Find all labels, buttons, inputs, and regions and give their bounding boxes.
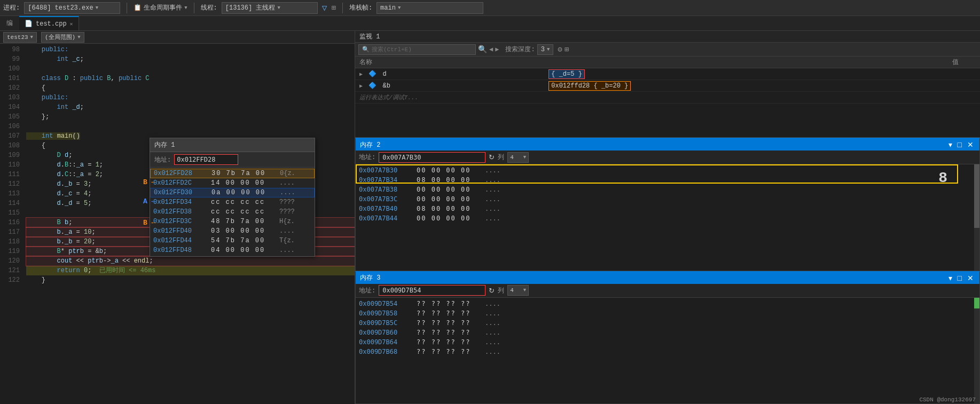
memory3-row-2: 0x009D7B58 ?? ?? ?? ?? .... [356, 308, 979, 318]
memory1-row-2: 0x012FFD2C 14 00 00 00 .... [150, 178, 315, 188]
memory3-scrollbar-thumb[interactable] [974, 298, 979, 308]
memory2-col-label: 列 [498, 153, 504, 162]
memory2-row-5: 0x007A7B40 08 00 00 00 .... [356, 204, 979, 213]
status-bar: CSDN @dong132697 [915, 395, 980, 404]
stack-label: 堆栈帧: [349, 3, 372, 12]
depth-dropdown[interactable]: 3 ▼ [537, 44, 554, 55]
expand-arrow-b[interactable]: ▶ [359, 83, 363, 89]
annotation-b-orange: B ← [143, 178, 155, 186]
memory1-addr-input[interactable] [174, 154, 238, 165]
tab-close-btn[interactable]: ✕ [70, 21, 73, 27]
code-line-122: } [26, 275, 355, 285]
watch-col-name: 名称 [355, 57, 544, 68]
line-numbers: 98 99 100 101 102 103 104 105 106 107 10… [0, 44, 24, 404]
memory3-row-3: 0x009D7B5C ?? ?? ?? ?? .... [356, 318, 979, 328]
memory2-row-4: 0x007A7B3C 00 00 00 00 .... [356, 194, 979, 204]
memory1-title: 内存 1 [150, 138, 315, 152]
filter-icon[interactable]: ▽ [322, 3, 327, 13]
memory2-addr-input[interactable] [379, 152, 485, 163]
memory1-row-8: 0x012FFD44 54 7b 7a 00 T{z. [150, 236, 315, 245]
memory3-max-btn[interactable]: □ [956, 274, 963, 282]
main-layout: test23 ▼ (全局范围) ▼ 98 99 100 101 102 103 … [0, 31, 980, 404]
memory3-min-btn[interactable]: ▾ [947, 274, 954, 282]
thread-label: 线程: [201, 3, 217, 12]
memory3-refresh-btn[interactable]: ↻ [489, 287, 495, 295]
memory3-col-input[interactable]: 4 ▼ [507, 285, 529, 296]
memory-panels: 内存 2 ▾ □ ✕ 地址: ↻ 列 4 ▼ [355, 138, 980, 404]
memory2-col-input[interactable]: 4 ▼ [507, 152, 529, 163]
search-prev-btn[interactable]: ◀ [489, 45, 493, 53]
memory3-content[interactable]: 0x009D7B54 ?? ?? ?? ?? .... 0x009D7B58 ?… [356, 298, 979, 404]
memory2-row-2: 0x007A7B34 08 00 00 00 .... [356, 175, 979, 185]
filter2-icon[interactable]: ⊞ [331, 3, 335, 12]
memory1-content: 0x012FFD28 30 7b 7a 00 0{z. 0x012FFD2C 1… [150, 168, 315, 256]
memory2-min-btn[interactable]: ▾ [947, 140, 954, 149]
memory2-content[interactable]: 0x007A7B30 00 00 00 00 .... 0x007A7B34 0… [356, 164, 979, 271]
memory2-refresh-btn[interactable]: ↻ [489, 153, 495, 161]
memory2-addr-bar: 地址: ↻ 列 4 ▼ [356, 150, 979, 164]
code-line-106 [26, 122, 355, 131]
watch-icon-b: 🔷 [369, 82, 377, 90]
stack-dropdown-arrow: ▼ [398, 5, 401, 11]
code-line-101: class D : public B, public C [26, 74, 355, 83]
watch-title-bar: 监视 1 [355, 31, 980, 43]
code-line-100 [26, 64, 355, 74]
watch-row-more: 运行表达式/调试T... [355, 92, 980, 104]
annotation-a-blue: A ← [143, 197, 155, 205]
process-dropdown[interactable]: [6488] test23.exe ▼ [24, 2, 120, 14]
toolbar-sep-1 [127, 3, 127, 13]
memory3-addr-label: 地址: [359, 286, 375, 295]
memory2-max-btn[interactable]: □ [956, 140, 963, 149]
watch-row-b[interactable]: ▶ 🔷 &b 0x012ffd28 { _b=20 } [355, 80, 980, 92]
editor-scope-bar: test23 ▼ (全局范围) ▼ [0, 31, 355, 44]
memory3-scrollbar[interactable] [974, 298, 979, 404]
stack-dropdown[interactable]: main ▼ [377, 2, 483, 14]
search-icon-btn[interactable]: 🔍 [478, 45, 487, 54]
watch-search[interactable]: 🔍 搜索(Ctrl+E) [358, 44, 476, 55]
memory2-scrollbar[interactable] [974, 164, 979, 271]
code-line-99: int _c; [26, 54, 355, 64]
memory3-addr-input[interactable] [379, 285, 485, 296]
memory2-scrollbar-thumb[interactable] [974, 164, 979, 228]
scope-dropdown-left[interactable]: test23 ▼ [3, 32, 37, 43]
code-line-120: cout << ptrb->_a << endl; [26, 256, 355, 266]
watch-icon-d: 🔷 [369, 70, 377, 78]
memory3-col-label: 列 [498, 286, 504, 295]
watch-panel: 监视 1 🔍 搜索(Ctrl+E) 🔍 ◀ ▶ 搜索深度: 3 ▼ ⚙ ⊞ [355, 31, 980, 138]
watch-grid-btn[interactable]: ⊞ [565, 45, 569, 54]
memory3-title-bar: 内存 3 ▾ □ ✕ [356, 272, 979, 284]
annotation-b-orange-2: B ← [143, 219, 155, 227]
code-line-102: { [26, 83, 355, 93]
memory2-addr-label: 地址: [359, 153, 375, 162]
toolbar-sep-2 [194, 3, 194, 13]
memory2-title-bar: 内存 2 ▾ □ ✕ [356, 139, 979, 150]
thread-dropdown[interactable]: [13136] 主线程 ▼ [222, 2, 318, 14]
watch-toolbar: 🔍 搜索(Ctrl+E) 🔍 ◀ ▶ 搜索深度: 3 ▼ ⚙ ⊞ [355, 43, 980, 57]
scope-dropdown-right[interactable]: (全局范围) ▼ [41, 32, 84, 43]
search-next-btn[interactable]: ▶ [495, 45, 499, 53]
memory3-row-6: 0x009D7B68 ?? ?? ?? ?? .... [356, 347, 979, 357]
expand-arrow-d[interactable]: ▶ [359, 72, 363, 77]
memory2-close-btn[interactable]: ✕ [966, 140, 975, 149]
memory1-row-9: 0x012FFD48 04 00 00 00 .... [150, 245, 315, 255]
memory3-close-btn[interactable]: ✕ [966, 274, 975, 282]
tab-bar-label: 编 [0, 16, 19, 30]
lifecycle-btn[interactable]: 📋 生命周期事件 ▼ [134, 3, 187, 12]
memory3-row-1: 0x009D7B54 ?? ?? ?? ?? .... [356, 299, 979, 308]
memory3-row-5: 0x009D7B64 ?? ?? ?? ?? .... [356, 337, 979, 347]
memory1-addr-label: 地址: [154, 155, 171, 164]
tab-file-icon: 📄 [25, 20, 33, 28]
code-line-105: }; [26, 112, 355, 122]
tab-test-cpp[interactable]: 📄 test.cpp ✕ [19, 16, 79, 30]
memory3-row-4: 0x009D7B60 ?? ?? ?? ?? .... [356, 328, 979, 337]
watch-col-value: 值 [544, 57, 980, 68]
memory2-row-1: 0x007A7B30 00 00 00 00 .... [356, 165, 979, 175]
memory1-row-5: 0x012FFD38 cc cc cc cc ???? [150, 207, 315, 217]
memory3-addr-bar: 地址: ↻ 列 4 ▼ [356, 284, 979, 298]
memory3-panel: 内存 3 ▾ □ ✕ 地址: ↻ 列 4 ▼ [355, 271, 980, 405]
watch-row-d[interactable]: ▶ 🔷 d { _d=5 } [355, 68, 980, 80]
memory1-addr-bar: 地址: [150, 152, 315, 168]
code-editor: test23 ▼ (全局范围) ▼ 98 99 100 101 102 103 … [0, 31, 355, 404]
watch-settings-btn[interactable]: ⚙ [558, 45, 562, 54]
tab-bar: 编 📄 test.cpp ✕ [0, 16, 980, 31]
